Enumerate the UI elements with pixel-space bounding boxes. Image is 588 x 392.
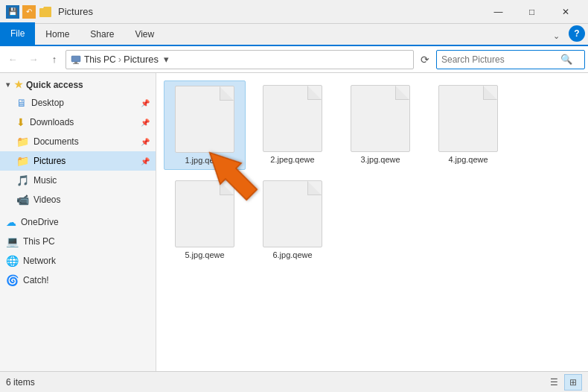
pin-icon-pictures: 📌 [141, 157, 150, 165]
title-bar-app-icons: 💾 ↶ [6, 5, 52, 19]
pin-icon-documents: 📌 [141, 138, 150, 146]
file-thumb-1 [175, 86, 234, 153]
status-bar: 6 items ☰ ⊞ [0, 371, 588, 392]
refresh-button[interactable]: ⟳ [415, 50, 435, 69]
breadcrumb-sep: › [118, 54, 121, 65]
sidebar-downloads-label: Downloads [30, 117, 74, 127]
file-thumb-3 [351, 85, 410, 152]
videos-icon: 📹 [16, 194, 29, 206]
tab-home[interactable]: Home [35, 24, 80, 45]
undo-icon: ↶ [22, 5, 36, 19]
view-grid-button[interactable]: ⊞ [564, 374, 582, 391]
help-button[interactable]: ? [569, 25, 585, 42]
file-item-4[interactable]: 4.jpg.qewe [427, 80, 509, 170]
ribbon-chevron-icon[interactable]: ⌄ [547, 28, 566, 45]
search-input[interactable] [441, 54, 560, 65]
close-button[interactable]: ✕ [549, 0, 582, 24]
sidebar-videos-label: Videos [33, 195, 60, 205]
sidebar-item-thispc[interactable]: 💻 This PC [0, 232, 156, 251]
file-thumb-6 [263, 180, 322, 247]
sidebar-onedrive-label: OneDrive [21, 217, 59, 227]
sidebar-item-network[interactable]: 🌐 Network [0, 251, 156, 271]
back-button[interactable]: ← [3, 50, 22, 69]
onedrive-icon: ☁ [6, 216, 16, 228]
file-name-3: 3.jpg.qewe [360, 155, 400, 164]
downloads-icon: ⬇ [16, 116, 25, 128]
sidebar: ▾ ★ Quick access 🖥 Desktop 📌 ⬇ Downloads… [0, 73, 156, 371]
file-thumb-2 [263, 85, 322, 152]
view-icons: ☰ ⊞ [545, 374, 582, 391]
file-thumb-4 [438, 85, 498, 152]
sidebar-pictures-label: Pictures [33, 156, 65, 166]
quick-access-label: Quick access [26, 80, 83, 90]
network-icon: 🌐 [6, 255, 19, 267]
title-bar: 💾 ↶ Pictures — □ ✕ [0, 0, 588, 24]
sidebar-documents-label: Documents [33, 136, 79, 147]
sidebar-thispc-label: This PC [23, 236, 55, 247]
address-dropdown-button[interactable]: ▾ [159, 50, 173, 69]
file-item-1[interactable]: 1.jpg.qewe [164, 80, 246, 170]
sidebar-item-documents[interactable]: 📁 Documents 📌 [0, 132, 156, 151]
tab-file[interactable]: File [0, 22, 35, 45]
breadcrumb-pictures: Pictures [124, 54, 159, 65]
sidebar-catch-label: Catch! [23, 275, 49, 285]
file-name-1: 1.jpg.qewe [185, 156, 224, 165]
search-box[interactable]: 🔍 [436, 50, 585, 69]
desktop-icon: 🖥 [16, 97, 27, 109]
sidebar-music-label: Music [33, 175, 57, 186]
catch-icon: 🌀 [6, 274, 19, 286]
file-item-3[interactable]: 3.jpg.qewe [339, 80, 421, 170]
maximize-button[interactable]: □ [515, 0, 549, 24]
search-icon[interactable]: 🔍 [560, 54, 572, 65]
tab-share[interactable]: Share [80, 24, 124, 45]
sidebar-item-downloads[interactable]: ⬇ Downloads 📌 [0, 113, 156, 132]
quick-access-header[interactable]: ▾ ★ Quick access [0, 76, 156, 93]
pin-icon-desktop: 📌 [141, 99, 150, 107]
file-thumb-5 [175, 180, 234, 247]
save-icon: 💾 [6, 5, 19, 19]
minimize-button[interactable]: — [482, 0, 515, 24]
view-list-button[interactable]: ☰ [545, 374, 563, 391]
pc-icon [71, 55, 81, 64]
forward-button[interactable]: → [24, 50, 43, 69]
music-icon: 🎵 [16, 174, 29, 186]
sidebar-desktop-label: Desktop [31, 98, 64, 108]
thispc-icon: 💻 [6, 235, 19, 247]
items-count: 6 items [6, 377, 35, 388]
sidebar-item-pictures[interactable]: 📁 Pictures 📌 [0, 151, 156, 171]
documents-icon: 📁 [16, 136, 29, 148]
sidebar-item-catch[interactable]: 🌀 Catch! [0, 271, 156, 290]
file-name-4: 4.jpg.qewe [448, 155, 488, 164]
file-item-6[interactable]: 6.jpg.qewe [252, 176, 333, 264]
up-button[interactable]: ↑ [45, 50, 64, 69]
ribbon-tabs: File Home Share View ⌄ ? [0, 24, 588, 46]
svg-rect-2 [73, 63, 79, 64]
sidebar-network-label: Network [23, 256, 56, 266]
file-name-6: 6.jpg.qewe [272, 250, 312, 259]
folder-icon [39, 5, 52, 19]
pictures-icon: 📁 [16, 155, 29, 167]
file-item-5[interactable]: 5.jpg.qewe [164, 176, 246, 264]
sidebar-item-videos[interactable]: 📹 Videos [0, 190, 156, 209]
file-area: 1.jpg.qewe 2.jpeg.qewe 3.jpg.qewe 4.jpg.… [156, 73, 588, 271]
sidebar-item-music[interactable]: 🎵 Music [0, 171, 156, 190]
quick-access-star-icon: ★ [14, 79, 23, 90]
sidebar-item-desktop[interactable]: 🖥 Desktop 📌 [0, 93, 156, 113]
svg-rect-0 [71, 56, 80, 62]
sidebar-item-onedrive[interactable]: ☁ OneDrive [0, 212, 156, 232]
address-breadcrumb[interactable]: This PC › Pictures ▾ [65, 50, 414, 69]
file-item-2[interactable]: 2.jpeg.qewe [252, 80, 333, 170]
quick-access-arrow: ▾ [6, 80, 10, 89]
main-area: ▾ ★ Quick access 🖥 Desktop 📌 ⬇ Downloads… [0, 73, 588, 371]
file-name-5: 5.jpg.qewe [185, 250, 224, 259]
breadcrumb-thispc: This PC [84, 54, 116, 65]
file-name-2: 2.jpeg.qewe [270, 155, 314, 164]
window-title: Pictures [58, 6, 482, 17]
file-area-wrapper: 1.jpg.qewe 2.jpeg.qewe 3.jpg.qewe 4.jpg.… [156, 73, 588, 371]
address-bar: ← → ↑ This PC › Pictures ▾ ⟳ 🔍 [0, 46, 588, 73]
svg-rect-1 [74, 62, 77, 63]
pin-icon-downloads: 📌 [141, 118, 150, 127]
window-controls: — □ ✕ [482, 0, 582, 24]
tab-view[interactable]: View [124, 24, 164, 45]
